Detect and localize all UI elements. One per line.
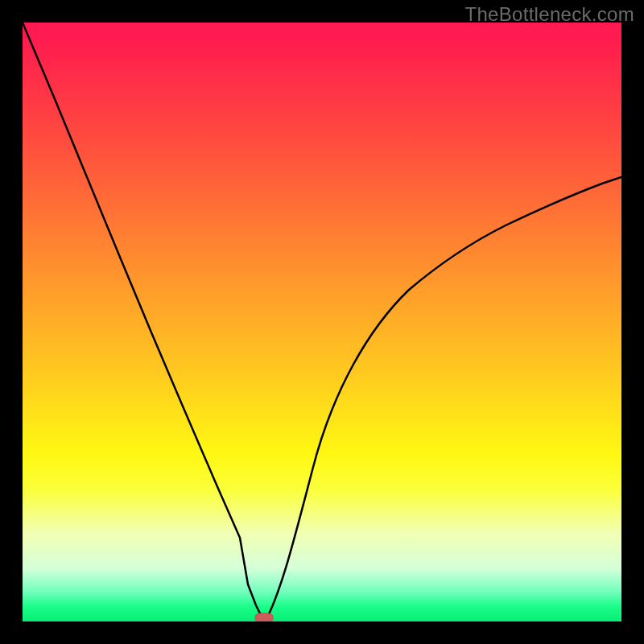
plot-area xyxy=(23,23,621,621)
min-marker xyxy=(255,613,273,621)
curve-layer xyxy=(23,23,621,621)
bottleneck-curve xyxy=(23,23,621,618)
chart-frame: TheBottleneck.com xyxy=(0,0,644,644)
watermark-text: TheBottleneck.com xyxy=(464,3,634,26)
